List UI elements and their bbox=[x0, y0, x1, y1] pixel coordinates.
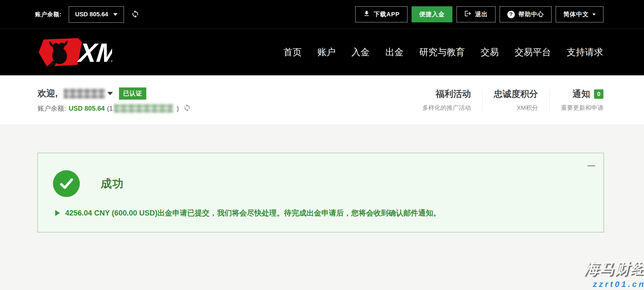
question-mark-icon: ? bbox=[507, 11, 515, 18]
account-balance-group: 账户余额: USD 805.64 bbox=[35, 6, 139, 23]
logout-icon bbox=[464, 10, 471, 19]
withdrawal-success-message: 4256.04 CNY (600.00 USD)出金申请已提交，我们将会尽快处理… bbox=[65, 208, 441, 218]
help-center-label: 帮助中心 bbox=[518, 10, 544, 18]
divider bbox=[482, 90, 483, 111]
divider bbox=[549, 90, 550, 111]
account-number-redacted bbox=[114, 104, 173, 113]
loyalty-points-card[interactable]: 忠诚度积分 XM积分 bbox=[494, 88, 538, 112]
balance-label: 账户余额: bbox=[35, 10, 62, 18]
welcome-strip: 欢迎, 已认证 账户余额: USD 805.64 (1 ) 福利活动 多样化的推… bbox=[0, 75, 644, 125]
account-number-close: ) bbox=[177, 105, 179, 112]
language-label: 简体中文 bbox=[563, 10, 589, 18]
nav-item-account[interactable]: 账户 bbox=[317, 46, 336, 58]
nav-item-trading[interactable]: 交易 bbox=[481, 46, 499, 58]
welcome-greeting: 欢迎, bbox=[38, 87, 58, 100]
success-check-icon bbox=[53, 170, 80, 197]
main-nav: 首页 账户 入金 出金 研究与教育 交易 交易平台 支持请求 bbox=[283, 46, 603, 58]
top-utility-bar: 账户余额: USD 805.64 下载APP 便捷入金 退出 ? bbox=[0, 0, 644, 29]
notifications-count-badge: 0 bbox=[594, 89, 603, 99]
nav-item-withdrawal[interactable]: 出金 bbox=[385, 46, 404, 58]
promotions-subtitle: 多样化的推广活动 bbox=[422, 104, 471, 112]
refresh-icon bbox=[183, 104, 191, 113]
chevron-down-icon bbox=[592, 14, 596, 15]
success-alert-panel: 成功 4256.04 CNY (600.00 USD)出金申请已提交，我们将会尽… bbox=[38, 153, 604, 232]
nav-item-research-education[interactable]: 研究与教育 bbox=[419, 46, 465, 58]
promotions-card[interactable]: 福利活动 多样化的推广活动 bbox=[422, 88, 471, 112]
brand-wordmark: XM bbox=[76, 38, 112, 67]
help-center-button[interactable]: ? 帮助中心 bbox=[500, 6, 552, 22]
language-selector[interactable]: 简体中文 bbox=[556, 6, 603, 22]
welcome-balance-label: 账户余额: bbox=[38, 104, 66, 113]
notifications-subtitle: 重要更新和申请 bbox=[561, 104, 603, 112]
download-app-button[interactable]: 下载APP bbox=[355, 6, 407, 22]
notifications-title: 通知 bbox=[573, 88, 590, 100]
download-app-label: 下载APP bbox=[374, 10, 400, 18]
logout-label: 退出 bbox=[475, 10, 488, 18]
username-redacted bbox=[64, 89, 105, 99]
refresh-icon bbox=[131, 10, 139, 19]
collapse-panel-button[interactable] bbox=[587, 165, 595, 166]
quick-links: 福利活动 多样化的推广活动 忠诚度积分 XM积分 通知 0 重要更新和申请 bbox=[422, 88, 603, 112]
quick-deposit-label: 便捷入金 bbox=[419, 10, 445, 18]
top-actions-group: 下载APP 便捷入金 退出 ? 帮助中心 简体中文 bbox=[355, 6, 603, 22]
chevron-down-icon bbox=[113, 13, 118, 16]
account-number-open: (1 bbox=[107, 105, 113, 112]
nav-item-platforms[interactable]: 交易平台 bbox=[515, 46, 551, 58]
account-balance-dropdown[interactable]: USD 805.64 bbox=[69, 6, 124, 23]
balance-value: USD 805.64 bbox=[75, 11, 108, 18]
bullet-triangle-icon bbox=[55, 210, 60, 216]
content-area: 成功 4256.04 CNY (600.00 USD)出金申请已提交，我们将会尽… bbox=[0, 125, 644, 290]
xm-logo[interactable]: XM bbox=[37, 38, 112, 67]
refresh-balance-button[interactable] bbox=[131, 10, 139, 19]
nav-item-deposit[interactable]: 入金 bbox=[351, 46, 370, 58]
promotions-title: 福利活动 bbox=[422, 88, 471, 100]
loyalty-title: 忠诚度积分 bbox=[494, 88, 538, 100]
loyalty-subtitle: XM积分 bbox=[494, 104, 538, 112]
notifications-card[interactable]: 通知 0 重要更新和申请 bbox=[561, 88, 603, 112]
user-summary: 欢迎, 已认证 账户余额: USD 805.64 (1 ) bbox=[38, 87, 191, 113]
download-icon bbox=[363, 10, 370, 19]
user-dropdown-caret-icon[interactable] bbox=[107, 92, 113, 95]
logout-button[interactable]: 退出 bbox=[457, 6, 495, 22]
nav-item-support[interactable]: 支持请求 bbox=[567, 46, 603, 58]
quick-deposit-button[interactable]: 便捷入金 bbox=[412, 6, 452, 22]
success-title: 成功 bbox=[101, 176, 124, 191]
refresh-account-button[interactable] bbox=[183, 104, 191, 113]
nav-item-home[interactable]: 首页 bbox=[283, 46, 302, 58]
welcome-balance-value: USD 805.64 bbox=[69, 105, 105, 112]
verified-badge: 已认证 bbox=[119, 87, 146, 100]
main-header: XM 首页 账户 入金 出金 研究与教育 交易 交易平台 支持请求 bbox=[0, 29, 644, 75]
